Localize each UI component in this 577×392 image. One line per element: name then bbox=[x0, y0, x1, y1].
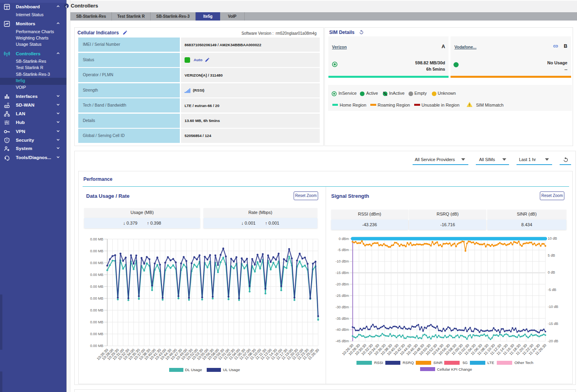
svg-text:0.00 MB: 0.00 MB bbox=[90, 332, 104, 336]
svg-text:0.00 MB: 0.00 MB bbox=[90, 320, 104, 324]
svg-text:0.00 MB: 0.00 MB bbox=[90, 273, 104, 277]
svg-text:-10 dBm: -10 dBm bbox=[336, 259, 349, 263]
svg-text:0.00 MB: 0.00 MB bbox=[90, 344, 104, 348]
svg-text:-20 dBm: -20 dBm bbox=[336, 282, 349, 286]
svg-text:0.00 MB: 0.00 MB bbox=[90, 296, 104, 300]
svg-text:10 dB: 10 dB bbox=[548, 236, 557, 240]
svg-text:-10 dB: -10 dB bbox=[548, 305, 558, 309]
svg-text:-30 dBm: -30 dBm bbox=[336, 305, 349, 309]
svg-text:0.00 MB: 0.00 MB bbox=[90, 308, 104, 312]
svg-text:0.00 MB: 0.00 MB bbox=[90, 261, 104, 265]
svg-text:-15 dBm: -15 dBm bbox=[336, 271, 349, 275]
svg-text:-25 dBm: -25 dBm bbox=[336, 294, 349, 298]
svg-text:0 dB: 0 dB bbox=[548, 270, 555, 274]
svg-text:-5 dB: -5 dB bbox=[548, 288, 556, 292]
svg-text:-40 dBm: -40 dBm bbox=[336, 328, 349, 332]
svg-text:5 dB: 5 dB bbox=[548, 253, 555, 257]
svg-text:-45 dBm: -45 dBm bbox=[336, 339, 349, 343]
svg-text:0.00 MB: 0.00 MB bbox=[90, 285, 104, 289]
svg-text:-35 dBm: -35 dBm bbox=[336, 317, 349, 321]
svg-text:-5 dBm: -5 dBm bbox=[338, 248, 349, 252]
svg-text:0.00 MB: 0.00 MB bbox=[90, 237, 104, 241]
svg-text:-20 dB: -20 dB bbox=[548, 339, 558, 343]
svg-text:0.00 MB: 0.00 MB bbox=[90, 249, 104, 253]
svg-text:0 dBm: 0 dBm bbox=[339, 237, 349, 241]
svg-text:-15 dB: -15 dB bbox=[548, 322, 558, 326]
